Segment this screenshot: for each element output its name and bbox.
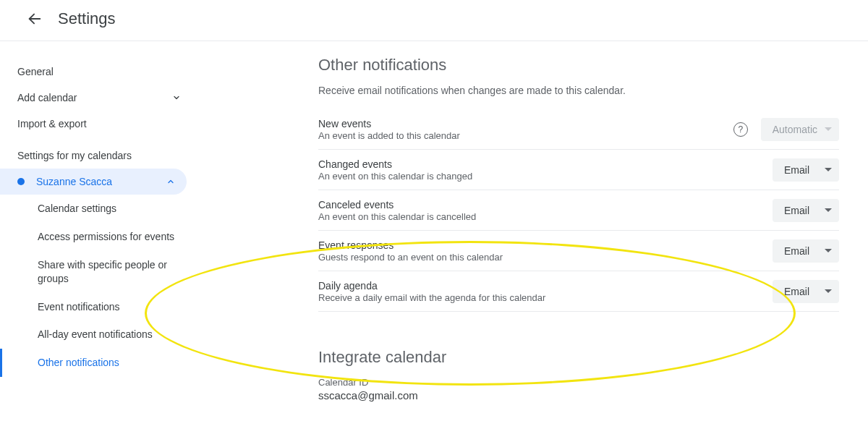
sidebar-item-label: Other notifications (38, 356, 119, 370)
row-event-responses: Event responses Guests respond to an eve… (318, 231, 839, 271)
dropdown-new-events[interactable]: Automatic (761, 118, 839, 141)
sidebar-item-label: Calendar settings (38, 202, 116, 216)
row-sub: An event on this calendar is changed (318, 171, 773, 182)
dropdown-label: Email (784, 286, 817, 297)
row-daily-agenda: Daily agenda Receive a daily email with … (318, 271, 839, 312)
row-text: Canceled events An event on this calenda… (318, 199, 773, 222)
dropdown-label: Automatic (773, 124, 817, 135)
header: Settings (0, 0, 868, 41)
section-heading: Other notifications (318, 56, 839, 75)
row-title: Canceled events (318, 199, 773, 211)
help-icon[interactable]: ? (733, 122, 748, 137)
row-text: Event responses Guests respond to an eve… (318, 239, 773, 263)
dropdown-daily-agenda[interactable]: Email (773, 280, 839, 303)
dropdown-event-responses[interactable]: Email (773, 239, 839, 263)
dropdown-canceled-events[interactable]: Email (773, 199, 839, 222)
sidebar-item-label: General (17, 66, 54, 77)
row-title: Daily agenda (318, 280, 773, 292)
sidebar-item-import-export[interactable]: Import & export (0, 111, 195, 137)
layout: General Add calendar Import & export Set… (0, 41, 868, 442)
dropdown-changed-events[interactable]: Email (773, 158, 839, 182)
chevron-down-icon (825, 249, 832, 252)
row-title: Event responses (318, 239, 773, 251)
main-content: Other notifications Receive email notifi… (195, 41, 868, 442)
row-sub: Guests respond to an event on this calen… (318, 252, 773, 263)
row-canceled-events: Canceled events An event on this calenda… (318, 190, 839, 231)
sidebar-section-title: Settings for my calendars (0, 137, 195, 169)
sidebar-item-label: Event notifications (38, 300, 120, 314)
row-text: New events An event is added to this cal… (318, 118, 720, 141)
sidebar-subitem-access-permissions[interactable]: Access permissions for events (0, 223, 195, 251)
row-text: Changed events An event on this calendar… (318, 158, 773, 182)
sidebar-subitem-other-notifications[interactable]: Other notifications (0, 349, 195, 377)
chevron-down-icon (825, 127, 832, 131)
row-sub: Receive a daily email with the agenda fo… (318, 292, 773, 303)
row-sub: An event on this calendar is cancelled (318, 211, 773, 222)
sidebar-sublist: Calendar settings Access permissions for… (0, 195, 195, 377)
calendar-id-value: sscacca@gmail.com (318, 389, 839, 401)
row-title: Changed events (318, 158, 773, 170)
row-title: New events (318, 118, 720, 129)
calendar-color-dot (17, 178, 25, 185)
dropdown-label: Email (784, 245, 817, 257)
calendar-owner-label: Suzanne Scacca (36, 176, 112, 187)
integrate-section: Integrate calendar Calendar ID sscacca@g… (318, 348, 839, 401)
sidebar-item-label: Share with specific people or groups (38, 258, 184, 286)
dropdown-label: Email (784, 205, 817, 216)
sidebar-item-label: Import & export (17, 118, 87, 129)
sidebar-calendar-owner[interactable]: Suzanne Scacca (0, 169, 187, 195)
sidebar: General Add calendar Import & export Set… (0, 41, 195, 442)
sidebar-subitem-share-specific[interactable]: Share with specific people or groups (0, 251, 195, 293)
arrow-left-icon (27, 11, 43, 27)
calendar-id-label: Calendar ID (318, 377, 839, 388)
section-description: Receive email notifications when changes… (318, 85, 839, 96)
sidebar-item-add-calendar[interactable]: Add calendar (0, 85, 195, 111)
sidebar-item-general[interactable]: General (0, 59, 195, 85)
sidebar-subitem-event-notifications[interactable]: Event notifications (0, 293, 195, 321)
back-button[interactable] (20, 4, 49, 33)
row-new-events: New events An event is added to this cal… (318, 109, 839, 150)
row-changed-events: Changed events An event on this calendar… (318, 150, 839, 190)
dropdown-label: Email (784, 164, 817, 176)
integrate-heading: Integrate calendar (318, 348, 839, 367)
sidebar-item-label: All-day event notifications (38, 328, 153, 341)
chevron-up-icon (166, 177, 175, 186)
sidebar-subitem-calendar-settings[interactable]: Calendar settings (0, 195, 195, 223)
row-sub: An event is added to this calendar (318, 130, 720, 141)
page-title: Settings (58, 9, 116, 28)
chevron-down-icon (825, 168, 832, 171)
sidebar-item-label: Add calendar (17, 92, 77, 103)
sidebar-item-label: Access permissions for events (38, 230, 174, 244)
sidebar-subitem-all-day-notifications[interactable]: All-day event notifications (0, 320, 195, 349)
chevron-down-icon (825, 208, 832, 212)
chevron-down-icon (172, 93, 181, 102)
chevron-down-icon (825, 289, 832, 293)
row-text: Daily agenda Receive a daily email with … (318, 280, 773, 303)
